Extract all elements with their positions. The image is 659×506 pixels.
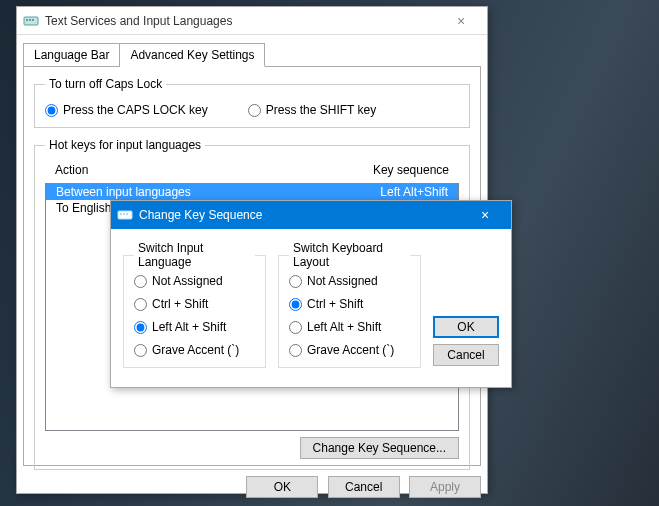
change-key-sequence-dialog: Change Key Sequence × Switch Input Langu… bbox=[110, 200, 512, 388]
radio-shift-key-label: Press the SHIFT key bbox=[266, 103, 376, 117]
ok-button[interactable]: OK bbox=[246, 476, 318, 498]
radio-caps-lock-key-input[interactable] bbox=[45, 104, 58, 117]
radio-input-left-alt-shift-label: Left Alt + Shift bbox=[152, 320, 226, 334]
radio-layout-grave-accent-input[interactable] bbox=[289, 344, 302, 357]
svg-rect-5 bbox=[120, 213, 122, 215]
list-row-seq: Left Alt+Shift bbox=[380, 185, 448, 199]
list-header: Action Key sequence bbox=[45, 160, 459, 183]
radio-layout-not-assigned-input[interactable] bbox=[289, 275, 302, 288]
window-title: Text Services and Input Languages bbox=[45, 14, 441, 28]
radio-layout-not-assigned-label: Not Assigned bbox=[307, 274, 378, 288]
modal-body: Switch Input Language Not Assigned Ctrl … bbox=[111, 229, 511, 380]
caps-lock-group: To turn off Caps Lock Press the CAPS LOC… bbox=[34, 77, 470, 128]
list-row-action: Between input languages bbox=[56, 185, 380, 199]
radio-caps-lock-key-label: Press the CAPS LOCK key bbox=[63, 103, 208, 117]
svg-rect-6 bbox=[123, 213, 125, 215]
switch-input-language-legend: Switch Input Language bbox=[134, 241, 255, 269]
radio-input-not-assigned-input[interactable] bbox=[134, 275, 147, 288]
list-row-between-languages[interactable]: Between input languages Left Alt+Shift bbox=[46, 184, 458, 200]
cancel-button[interactable]: Cancel bbox=[433, 344, 499, 366]
col-seq-header: Key sequence bbox=[373, 163, 449, 177]
tab-language-bar[interactable]: Language Bar bbox=[23, 43, 120, 67]
radio-layout-ctrl-shift[interactable]: Ctrl + Shift bbox=[289, 297, 410, 311]
radio-input-grave-accent-label: Grave Accent (`) bbox=[152, 343, 239, 357]
radio-layout-left-alt-shift-label: Left Alt + Shift bbox=[307, 320, 381, 334]
switch-keyboard-layout-group: Switch Keyboard Layout Not Assigned Ctrl… bbox=[278, 241, 421, 368]
svg-rect-7 bbox=[126, 213, 128, 215]
radio-layout-ctrl-shift-label: Ctrl + Shift bbox=[307, 297, 363, 311]
cancel-button[interactable]: Cancel bbox=[328, 476, 400, 498]
radio-layout-left-alt-shift-input[interactable] bbox=[289, 321, 302, 334]
titlebar: Text Services and Input Languages × bbox=[17, 7, 487, 35]
radio-input-not-assigned-label: Not Assigned bbox=[152, 274, 223, 288]
close-icon[interactable]: × bbox=[441, 14, 481, 28]
keyboard-icon bbox=[117, 207, 133, 223]
caps-lock-legend: To turn off Caps Lock bbox=[45, 77, 166, 91]
tab-strip: Language Bar Advanced Key Settings bbox=[23, 43, 481, 67]
radio-input-not-assigned[interactable]: Not Assigned bbox=[134, 274, 255, 288]
modal-titlebar: Change Key Sequence × bbox=[111, 201, 511, 229]
svg-rect-2 bbox=[29, 19, 31, 21]
apply-button[interactable]: Apply bbox=[409, 476, 481, 498]
radio-input-grave-accent-input[interactable] bbox=[134, 344, 147, 357]
tab-advanced-key-settings[interactable]: Advanced Key Settings bbox=[120, 43, 265, 67]
radio-layout-ctrl-shift-input[interactable] bbox=[289, 298, 302, 311]
ok-button[interactable]: OK bbox=[433, 316, 499, 338]
radio-input-ctrl-shift-label: Ctrl + Shift bbox=[152, 297, 208, 311]
radio-input-ctrl-shift[interactable]: Ctrl + Shift bbox=[134, 297, 255, 311]
radio-input-grave-accent[interactable]: Grave Accent (`) bbox=[134, 343, 255, 357]
radio-layout-not-assigned[interactable]: Not Assigned bbox=[289, 274, 410, 288]
switch-keyboard-layout-legend: Switch Keyboard Layout bbox=[289, 241, 410, 269]
svg-rect-1 bbox=[26, 19, 28, 21]
dialog-buttons: OK Cancel Apply bbox=[17, 466, 487, 506]
radio-layout-grave-accent[interactable]: Grave Accent (`) bbox=[289, 343, 410, 357]
radio-input-left-alt-shift[interactable]: Left Alt + Shift bbox=[134, 320, 255, 334]
radio-input-ctrl-shift-input[interactable] bbox=[134, 298, 147, 311]
keyboard-icon bbox=[23, 13, 39, 29]
hotkeys-legend: Hot keys for input languages bbox=[45, 138, 205, 152]
radio-layout-grave-accent-label: Grave Accent (`) bbox=[307, 343, 394, 357]
radio-shift-key[interactable]: Press the SHIFT key bbox=[248, 103, 376, 117]
modal-title: Change Key Sequence bbox=[139, 208, 465, 222]
radio-caps-lock-key[interactable]: Press the CAPS LOCK key bbox=[45, 103, 208, 117]
change-key-sequence-button[interactable]: Change Key Sequence... bbox=[300, 437, 459, 459]
modal-button-column: OK Cancel bbox=[433, 241, 499, 368]
col-action-header: Action bbox=[55, 163, 373, 177]
svg-rect-3 bbox=[32, 19, 34, 21]
radio-layout-left-alt-shift[interactable]: Left Alt + Shift bbox=[289, 320, 410, 334]
radio-shift-key-input[interactable] bbox=[248, 104, 261, 117]
switch-input-language-group: Switch Input Language Not Assigned Ctrl … bbox=[123, 241, 266, 368]
radio-input-left-alt-shift-input[interactable] bbox=[134, 321, 147, 334]
close-icon[interactable]: × bbox=[465, 208, 505, 222]
